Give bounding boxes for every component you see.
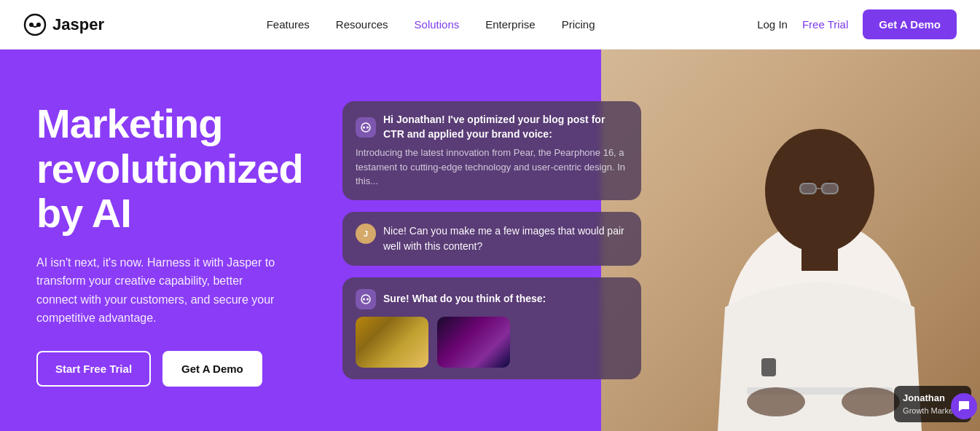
bubble3-title: Sure! What do you think of these:	[383, 292, 546, 307]
bubble1-body: Introducing the latest innovation from P…	[356, 146, 628, 189]
jasper-ai-icon	[356, 117, 376, 138]
nav-enterprise[interactable]: Enterprise	[485, 18, 535, 31]
chat-area: Hi Jonathan! I've optimized your blog po…	[313, 50, 656, 431]
svg-point-5	[366, 126, 369, 128]
hero-get-demo-button[interactable]: Get A Demo	[162, 351, 262, 387]
hero-subtext: AI isn't next, it's now. Harness it with…	[36, 253, 284, 328]
person-photo: Jonathan Growth Marketer	[601, 50, 980, 431]
bubble2-user: J Nice! Can you make me a few images tha…	[356, 224, 628, 254]
hero-buttons: Start Free Trial Get A Demo	[36, 351, 284, 387]
chat-widget-icon	[957, 400, 971, 413]
free-trial-link[interactable]: Free Trial	[802, 18, 848, 31]
svg-point-6	[361, 295, 370, 304]
svg-point-8	[366, 298, 369, 300]
login-link[interactable]: Log In	[757, 18, 788, 31]
logo[interactable]: Jasper	[23, 13, 104, 36]
hero-section: Marketing revolutionized by AI AI isn't …	[0, 50, 980, 431]
start-free-trial-button[interactable]: Start Free Trial	[36, 351, 151, 387]
generated-image-1	[356, 317, 428, 368]
hero-headline: Marketing revolutionized by AI	[36, 101, 284, 236]
nav-solutions[interactable]: Solutions	[415, 18, 460, 31]
svg-rect-15	[822, 183, 838, 194]
svg-point-4	[363, 126, 365, 128]
jasper-ai-icon-2	[356, 289, 376, 309]
bubble1-title: Hi Jonathan! I've optimized your blog po…	[383, 113, 628, 141]
navbar: Jasper Features Resources Solutions Ente…	[0, 0, 980, 50]
svg-point-3	[361, 123, 370, 132]
svg-rect-18	[761, 358, 776, 376]
svg-point-7	[363, 298, 365, 300]
bubble3-header: Sure! What do you think of these:	[356, 289, 628, 309]
nav-resources[interactable]: Resources	[336, 18, 388, 31]
chat-bubble-2: J Nice! Can you make me a few images tha…	[342, 212, 641, 266]
user-avatar: J	[356, 224, 376, 244]
logo-text: Jasper	[52, 15, 104, 34]
nav-features[interactable]: Features	[267, 18, 310, 31]
svg-point-20	[842, 387, 900, 416]
chat-bubble-3: Sure! What do you think of these:	[342, 277, 641, 379]
svg-point-0	[25, 15, 45, 35]
bubble1-header: Hi Jonathan! I've optimized your blog po…	[356, 113, 628, 141]
nav-pricing[interactable]: Pricing	[562, 18, 595, 31]
hero-right: Hi Jonathan! I've optimized your blog po…	[313, 50, 980, 431]
person-silhouette	[689, 74, 951, 431]
svg-point-10	[765, 129, 874, 253]
navbar-actions: Log In Free Trial Get A Demo	[757, 9, 957, 39]
bubble2-text: Nice! Can you make me a few images that …	[383, 224, 628, 254]
chat-bubble-1: Hi Jonathan! I've optimized your blog po…	[342, 101, 641, 200]
main-nav: Features Resources Solutions Enterprise …	[267, 18, 595, 31]
svg-rect-11	[801, 242, 838, 271]
jasper-logo-icon	[23, 13, 47, 36]
get-demo-button[interactable]: Get A Demo	[863, 9, 957, 39]
svg-point-19	[747, 387, 805, 416]
chat-widget-button[interactable]	[951, 393, 977, 419]
svg-rect-14	[800, 183, 816, 194]
bubble3-images	[356, 317, 628, 368]
hero-left: Marketing revolutionized by AI AI isn't …	[0, 50, 313, 431]
generated-image-2	[437, 317, 510, 368]
